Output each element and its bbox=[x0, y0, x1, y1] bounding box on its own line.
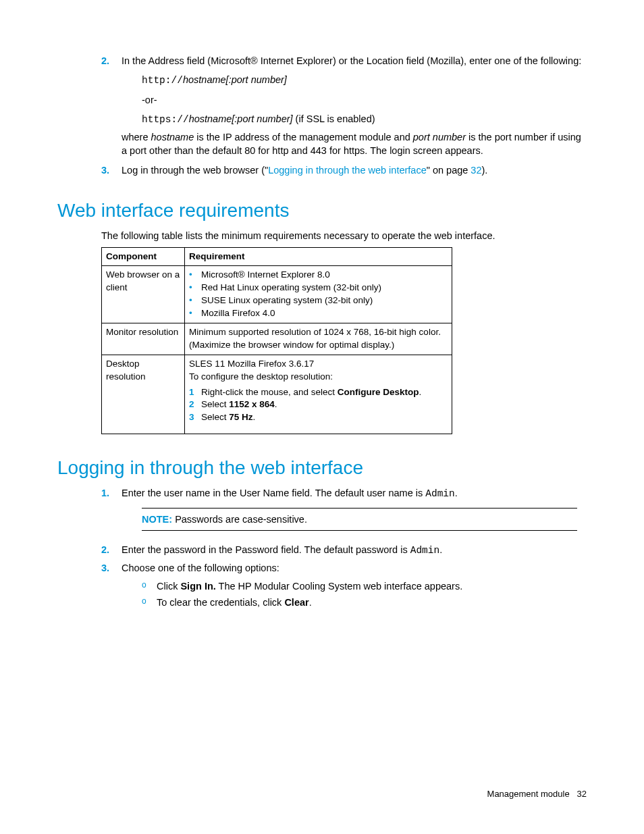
th-component: Component bbox=[102, 247, 185, 266]
cell-desktop-label: Desktop resolution bbox=[102, 355, 185, 434]
cell-browser-label: Web browser on a client bbox=[102, 266, 185, 323]
login-step-3-body: Choose one of the following options: bbox=[122, 561, 587, 575]
login-step-1-body: Enter the user name in the User Name fie… bbox=[122, 486, 587, 500]
th-requirement: Requirement bbox=[184, 247, 452, 266]
login-step-2-number: 2. bbox=[101, 543, 122, 557]
step-3-post: ). bbox=[482, 165, 488, 176]
login-step-1: 1. Enter the user name in the User Name … bbox=[57, 486, 587, 500]
http-host: hostname[:port number] bbox=[183, 74, 287, 85]
desktop-line1: SLES 11 Mozilla Firefox 3.6.17 bbox=[189, 358, 448, 371]
step-2-text: In the Address field (Microsoft® Interne… bbox=[122, 54, 587, 68]
where-hostname: hostname bbox=[151, 132, 194, 142]
cell-browser-req: Microsoft® Internet Explorer 8.0 Red Hat… bbox=[184, 266, 452, 323]
login-step-2: 2. Enter the password in the Password fi… bbox=[57, 543, 587, 557]
step-3-pre: Log in through the web browser (" bbox=[122, 165, 268, 176]
step-3: 3. Log in through the web browser ("Logg… bbox=[57, 163, 587, 177]
note-text: Passwords are case-sensitive. bbox=[172, 514, 307, 525]
https-url: https://hostname[:port number] (if SSL i… bbox=[142, 112, 587, 126]
browser-item-0: Microsoft® Internet Explorer 8.0 bbox=[189, 269, 448, 282]
circle-bullet-icon: o bbox=[142, 579, 157, 593]
or-separator: -or- bbox=[142, 93, 587, 107]
where-paragraph: where hostname is the IP address of the … bbox=[122, 130, 587, 158]
cell-desktop-req: SLES 11 Mozilla Firefox 3.6.17 To config… bbox=[184, 355, 452, 434]
login-step-3-number: 3. bbox=[101, 561, 122, 575]
step-3-link[interactable]: Logging in through the web interface bbox=[268, 165, 427, 176]
requirements-intro: The following table lists the minimum re… bbox=[101, 229, 587, 242]
https-host: hostname[:port number] bbox=[189, 113, 293, 124]
footer-label: Management module bbox=[487, 789, 570, 799]
note-block: NOTE: Passwords are case-sensitive. bbox=[142, 508, 577, 531]
cell-monitor-label: Monitor resolution bbox=[102, 323, 185, 355]
option-clear: o To clear the credentials, click Clear. bbox=[142, 596, 587, 609]
https-tail: (if SSL is enabled) bbox=[293, 113, 375, 124]
footer-page: 32 bbox=[577, 789, 587, 799]
note-label: NOTE: bbox=[142, 514, 172, 525]
requirements-table: Component Requirement Web browser on a c… bbox=[101, 247, 452, 435]
login-step-1-number: 1. bbox=[101, 486, 122, 500]
where-mid: is the IP address of the management modu… bbox=[194, 132, 413, 142]
circle-bullet-icon: o bbox=[142, 596, 157, 609]
http-scheme: http:// bbox=[142, 75, 183, 86]
desktop-line2: To configure the desktop resolution: bbox=[189, 371, 448, 384]
heading-logging-in: Logging in through the web interface bbox=[57, 454, 587, 481]
http-url: http://hostname[:port number] bbox=[142, 73, 587, 87]
desktop-step-3: 3Select 75 Hz. bbox=[189, 411, 448, 424]
step-2-number: 2. bbox=[101, 54, 122, 68]
step-3-number: 3. bbox=[101, 163, 122, 177]
login-step-2-body: Enter the password in the Password field… bbox=[122, 543, 587, 557]
step-3-page[interactable]: 32 bbox=[471, 165, 481, 176]
step-3-mid: " on page bbox=[427, 165, 471, 176]
browser-item-1: Red Hat Linux operating system (32-bit o… bbox=[189, 282, 448, 294]
where-pre: where bbox=[122, 132, 151, 142]
desktop-step-1: 1Right-click the mouse, and select Confi… bbox=[189, 386, 448, 399]
browser-item-3: Mozilla Firefox 4.0 bbox=[189, 307, 448, 320]
login-step-3: 3. Choose one of the following options: bbox=[57, 561, 587, 575]
cell-monitor-req: Minimum supported resolution of 1024 x 7… bbox=[184, 323, 452, 355]
step-2: 2. In the Address field (Microsoft® Inte… bbox=[57, 54, 587, 68]
heading-web-interface-requirements: Web interface requirements bbox=[57, 197, 587, 224]
option-sign-in: o Click Sign In. The HP Modular Cooling … bbox=[142, 579, 587, 593]
step-3-body: Log in through the web browser ("Logging… bbox=[122, 163, 587, 177]
desktop-step-2: 2Select 1152 x 864. bbox=[189, 398, 448, 411]
page-footer: Management module 32 bbox=[487, 788, 587, 800]
https-scheme: https:// bbox=[142, 114, 189, 125]
where-portnum: port number bbox=[413, 132, 466, 142]
browser-item-2: SUSE Linux operating system (32-bit only… bbox=[189, 294, 448, 307]
